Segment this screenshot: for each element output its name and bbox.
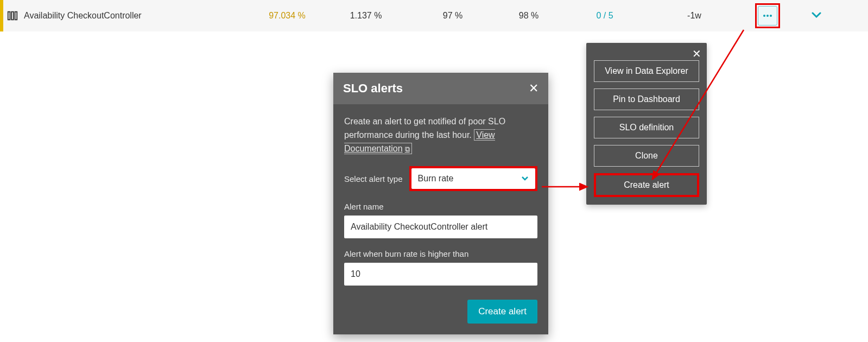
svg-rect-0 xyxy=(8,12,10,20)
target-threshold: 98 % xyxy=(491,11,567,21)
dialog-header: SLO alerts ✕ xyxy=(333,73,548,104)
slo-value: 97.034 % xyxy=(257,11,317,21)
svg-rect-2 xyxy=(15,12,17,20)
highlight-box: Burn rate xyxy=(409,166,537,191)
slo-name: Availability CheckoutController xyxy=(24,11,257,21)
alert-type-row: Select alert type Burn rate xyxy=(344,166,537,191)
alert-type-select[interactable]: Burn rate xyxy=(411,168,535,189)
create-alert-button[interactable]: Create alert xyxy=(467,300,537,324)
menu-create-alert[interactable]: Create alert xyxy=(594,173,699,197)
close-icon[interactable]: ✕ xyxy=(529,81,538,96)
more-actions-cell xyxy=(746,3,789,28)
chevron-down-icon xyxy=(521,176,529,181)
chevron-down-icon xyxy=(812,12,821,18)
menu-view-data-explorer[interactable]: View in Data Explorer xyxy=(594,60,699,82)
more-actions-button[interactable] xyxy=(758,6,777,26)
burn-rate-threshold-label: Alert when burn rate is higher than xyxy=(344,249,537,258)
warning-threshold: 97 % xyxy=(415,11,491,21)
burn-rate-threshold-input[interactable] xyxy=(344,263,537,286)
problems-count[interactable]: 0 / 5 xyxy=(567,11,643,21)
slo-alerts-dialog: SLO alerts ✕ Create an alert to get noti… xyxy=(333,73,548,334)
close-icon[interactable]: ✕ xyxy=(692,47,701,60)
select-alert-type-label: Select alert type xyxy=(344,174,403,183)
evaluation-window: -1w xyxy=(643,11,746,21)
dialog-body: Create an alert to get notified of poor … xyxy=(333,104,548,296)
svg-point-4 xyxy=(766,15,769,17)
dialog-description: Create an alert to get notified of poor … xyxy=(344,115,537,155)
ellipsis-icon xyxy=(763,14,772,17)
alert-name-input[interactable] xyxy=(344,216,537,238)
svg-point-5 xyxy=(770,15,772,17)
error-budget: 1.137 % xyxy=(317,11,415,21)
external-link-icon: ⧉ xyxy=(405,145,410,153)
svg-point-3 xyxy=(763,15,765,17)
dialog-footer: Create alert xyxy=(333,296,548,334)
expand-row-button[interactable] xyxy=(789,11,844,21)
alert-name-label: Alert name xyxy=(344,202,537,211)
bars-icon xyxy=(7,10,18,22)
menu-pin-dashboard[interactable]: Pin to Dashboard xyxy=(594,88,699,110)
menu-clone[interactable]: Clone xyxy=(594,145,699,167)
alert-type-value: Burn rate xyxy=(418,174,454,183)
dialog-title: SLO alerts xyxy=(343,81,403,96)
highlight-box xyxy=(755,3,780,28)
context-menu: ✕ View in Data Explorer Pin to Dashboard… xyxy=(586,43,707,205)
svg-rect-1 xyxy=(11,12,14,20)
slo-row[interactable]: Availability CheckoutController 97.034 %… xyxy=(0,0,868,31)
menu-slo-definition[interactable]: SLO definition xyxy=(594,117,699,138)
